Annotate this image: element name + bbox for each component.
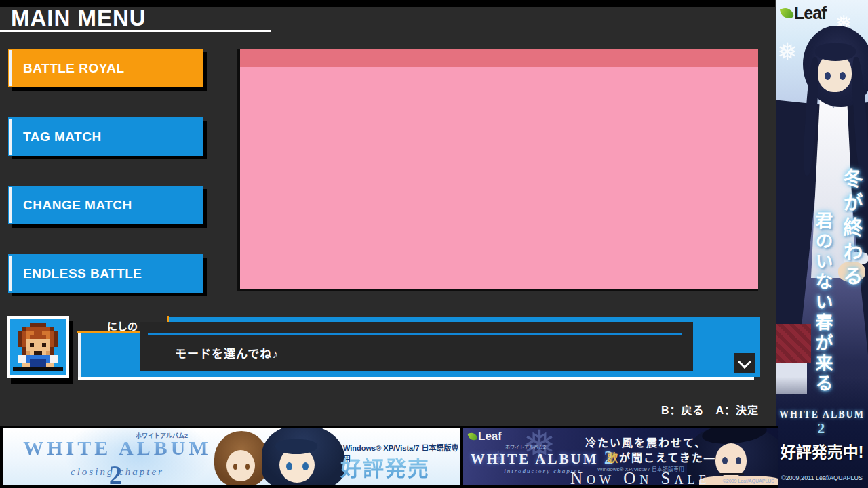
menu-button-label: ENDLESS BATTLE — [23, 266, 142, 281]
banner-sale-text: 好評発売中！ — [340, 451, 460, 485]
banner-tagline-accent: 歌 — [607, 452, 619, 464]
banner-sale-text: Now On Sale — [570, 469, 711, 485]
white-album2-logo: WHITE ALBUM 2 — [776, 408, 868, 437]
menu-button-tag-match[interactable]: TAG MATCH — [8, 117, 203, 156]
banner-girl-bangs — [275, 439, 317, 454]
banner-girl-eye — [286, 462, 292, 470]
advance-button[interactable] — [734, 353, 755, 373]
banner-subtitle: closing chapter — [12, 466, 222, 478]
menu-button-label: BATTLE ROYAL — [23, 61, 125, 76]
menu-button-change-match[interactable]: CHANGE MATCH — [8, 186, 203, 224]
leaf-icon — [467, 431, 477, 441]
banner-closing-chapter: ホワイトアルバム2 WHITE ALBUM 2 closing chapter … — [3, 428, 460, 485]
banner-girl-eye — [245, 464, 250, 470]
character-plaid-skirt — [776, 324, 811, 363]
dialogue-message: モードを選んでね♪ — [175, 344, 279, 361]
banner-title-text: WHITE ALBUM — [23, 436, 212, 459]
dialogue-bottom-edge — [78, 377, 754, 380]
banner-introductory-chapter: ❅ ❅ Leaf ホワイトアルバム2 WHITE ALBUM 2 introdu… — [463, 428, 778, 485]
banner-tagline-line1: 冷たい風を震わせて、 — [585, 434, 707, 450]
banner-girl-eye — [302, 462, 309, 470]
page-title: MAIN MENU — [11, 5, 146, 31]
vertical-tagline-2: 君のいない春が来る — [810, 211, 835, 394]
title-underline — [0, 30, 271, 32]
menu-button-battle-royal[interactable]: BATTLE ROYAL — [8, 49, 203, 87]
chevron-down-icon — [738, 355, 751, 369]
vertical-tagline-1: 冬が終わる — [837, 168, 865, 290]
character-eye — [825, 72, 831, 80]
game-screen: MAIN MENU BATTLE ROYAL TAG MATCH CHANGE … — [0, 0, 868, 488]
controls-hint: B：戻る A：決定 — [661, 401, 759, 418]
leaf-brand-text: Leaf — [794, 3, 826, 23]
logo-number: 2 — [818, 420, 827, 436]
leaf-brand-logo: Leaf — [781, 3, 826, 23]
on-sale-text: 好評発売中! — [776, 439, 868, 462]
banner-girl-face — [226, 450, 255, 481]
leaf-brand-text: Leaf — [478, 430, 502, 443]
dialogue-left-stripe — [78, 333, 81, 377]
menu-button-endless-battle[interactable]: ENDLESS BATTLE — [8, 254, 203, 293]
banner-tagline-rest: が聞こえてきた― — [619, 452, 716, 464]
banner-girl-eye — [722, 457, 728, 464]
menu-button-label: TAG MATCH — [23, 129, 102, 144]
banner-girl-eye — [736, 457, 741, 464]
portrait-background — [10, 319, 66, 375]
banner-tagline-line2: 歌が聞こえてきた― — [607, 449, 716, 465]
snowflake-icon: ❅ — [777, 38, 797, 66]
banner-title-text: WHITE ALBUM — [471, 451, 599, 467]
leaf-brand-logo: Leaf — [469, 430, 502, 443]
sidebar-ad-white-album2: ❅ ❅ ❅ ❅ Leaf 冬が終わる 君のいない春が来る — [776, 0, 868, 488]
menu-button-label: CHANGE MATCH — [23, 198, 132, 213]
pixel-portrait — [14, 323, 62, 371]
copyright-text: ©2009,2011 Leaf/AQUAPLUS — [776, 474, 868, 481]
mode-preview-panel — [237, 49, 758, 291]
character-bangs — [815, 43, 856, 61]
mode-preview-panel-header — [240, 49, 758, 67]
banner-girl-eye — [233, 464, 237, 470]
character-eye — [840, 72, 846, 80]
dialogue-divider-line — [148, 333, 682, 336]
copyright-text: ©2009 Leaf/AQUAPLUS — [723, 479, 774, 483]
portrait-card — [7, 316, 69, 378]
banner-girl-face — [715, 443, 747, 477]
banner-strip: ホワイトアルバム2 WHITE ALBUM 2 closing chapter … — [0, 426, 778, 488]
logo-text: WHITE ALBUM — [779, 409, 865, 420]
leaf-icon — [780, 6, 794, 20]
banner-title: WHITE ALBUM 2 — [12, 436, 222, 485]
portrait-desk-bar — [13, 367, 63, 371]
banner-girl-choker — [719, 473, 744, 475]
